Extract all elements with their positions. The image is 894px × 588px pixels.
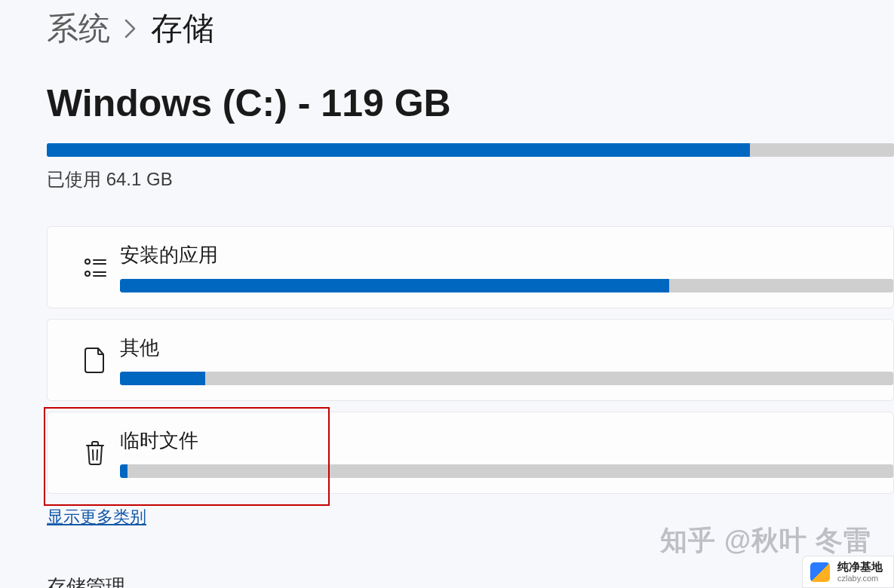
breadcrumb-current: 存储 [151, 8, 214, 50]
category-bar [120, 279, 893, 292]
category-temp-files[interactable]: 临时文件 [47, 412, 894, 494]
breadcrumb: 系统 存储 [47, 8, 894, 50]
category-other[interactable]: 其他 [47, 319, 894, 401]
category-bar-fill [120, 279, 669, 292]
drive-usage-fill [47, 143, 750, 157]
category-bar-fill [120, 372, 205, 385]
svg-point-1 [85, 271, 90, 276]
category-bar [120, 372, 893, 385]
breadcrumb-parent[interactable]: 系统 [47, 8, 110, 50]
file-icon [70, 347, 120, 374]
drive-title: Windows (C:) - 119 GB [47, 81, 894, 125]
watermark-logo: 纯净基地 czlaby.com [802, 556, 894, 588]
chevron-right-icon [124, 18, 137, 39]
svg-line-6 [93, 450, 94, 460]
category-label: 其他 [120, 335, 893, 361]
category-label: 安装的应用 [120, 242, 893, 268]
category-bar-fill [120, 464, 127, 478]
svg-point-0 [85, 259, 90, 264]
apps-list-icon [70, 255, 120, 280]
category-bar [120, 464, 893, 478]
svg-line-7 [97, 450, 98, 460]
category-label: 临时文件 [120, 427, 893, 454]
drive-usage-bar [47, 143, 894, 157]
show-more-categories-link[interactable]: 显示更多类别 [47, 506, 146, 528]
drive-used-label: 已使用 64.1 GB [47, 167, 894, 191]
trash-icon [70, 439, 120, 467]
logo-icon [810, 562, 830, 582]
category-installed-apps[interactable]: 安装的应用 [47, 226, 894, 308]
storage-management-heading: 存储管理 [47, 574, 894, 588]
logo-subtitle: czlaby.com [837, 574, 883, 583]
logo-title: 纯净基地 [837, 561, 883, 574]
